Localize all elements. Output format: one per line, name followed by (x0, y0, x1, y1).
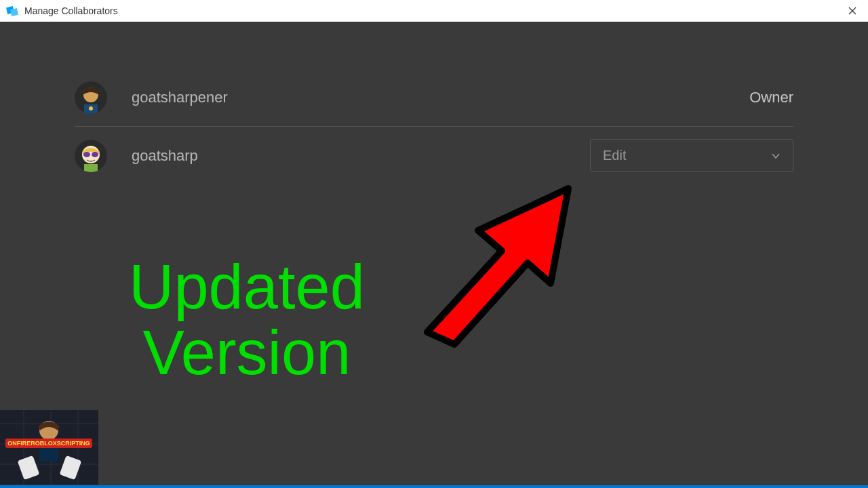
svg-rect-12 (84, 164, 98, 172)
close-button[interactable] (837, 0, 868, 22)
window-titlebar: Manage Collaborators (0, 0, 868, 22)
collaborator-name: goatsharpener (132, 89, 749, 106)
close-icon (848, 7, 856, 15)
collaborator-row: goatsharpener Owner (75, 69, 793, 127)
collaborator-row: goatsharp Edit (75, 127, 793, 184)
svg-text:ONFIREROBLOXSCRIPTING: ONFIREROBLOXSCRIPTING (7, 440, 90, 447)
annotation-text: Updated Version (129, 254, 365, 385)
collaborator-role: Owner (749, 89, 793, 106)
roblox-studio-icon (5, 4, 19, 18)
avatar (75, 81, 107, 114)
svg-point-11 (92, 152, 98, 157)
channel-avatar-badge: ONFIREROBLOXSCRIPTING (0, 410, 98, 485)
annotation-arrow (400, 176, 590, 352)
svg-rect-1 (10, 8, 18, 16)
collaborator-name: goatsharp (132, 147, 590, 165)
taskbar-edge (0, 485, 868, 488)
collaborators-panel: goatsharpener Owner goatsharp Edit (0, 22, 868, 184)
svg-point-10 (83, 152, 90, 157)
avatar (75, 140, 107, 172)
permission-dropdown[interactable]: Edit (590, 139, 793, 172)
permission-value: Edit (603, 148, 626, 163)
window-title: Manage Collaborators (24, 5, 118, 16)
chevron-down-icon (771, 151, 781, 161)
svg-point-7 (89, 106, 93, 110)
